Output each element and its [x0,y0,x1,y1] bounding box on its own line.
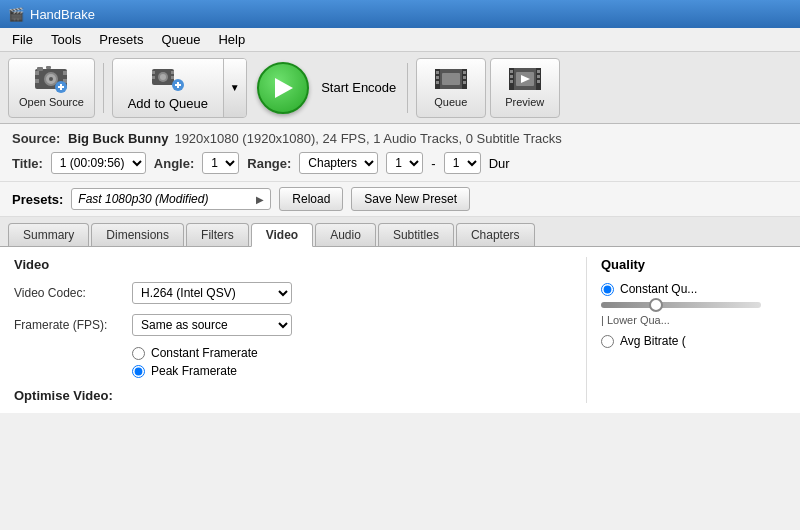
presets-label: Presets: [12,192,63,207]
open-source-icon [34,65,68,93]
add-to-queue-dropdown[interactable]: ▼ [223,59,246,117]
svg-rect-40 [537,75,540,78]
source-label: Source: [12,131,62,146]
svg-rect-38 [510,80,513,83]
add-to-queue-main[interactable]: Add to Queue [113,59,223,117]
queue-label: Queue [434,96,467,109]
svg-point-8 [49,77,53,81]
app-icon: 🎬 [8,7,24,22]
svg-rect-27 [436,76,439,79]
save-new-preset-button[interactable]: Save New Preset [351,187,470,211]
tab-audio[interactable]: Audio [315,223,376,246]
menu-queue[interactable]: Queue [153,30,208,49]
queue-filmstrip-icon [434,65,468,93]
tab-chapters[interactable]: Chapters [456,223,535,246]
toolbar-separator-1 [103,63,104,113]
start-encode-label-area[interactable]: Start Encode [319,80,399,95]
quality-slider[interactable] [601,302,761,308]
title-label: Title: [12,156,43,171]
framerate-select[interactable]: Same as source [132,314,292,336]
svg-point-19 [160,74,166,80]
svg-rect-32 [442,73,460,85]
svg-rect-14 [152,71,155,74]
quality-slider-container [601,302,786,308]
start-encode-button[interactable] [257,62,309,114]
source-name: Big Buck Bunny [68,131,168,146]
svg-rect-3 [35,79,39,83]
menu-file[interactable]: File [4,30,41,49]
svg-rect-4 [63,71,67,75]
lower-quality-note: | Lower Qua... [601,314,786,326]
constant-framerate-row: Constant Framerate [132,346,566,360]
svg-rect-12 [60,84,62,90]
avg-bitrate-radio[interactable] [601,335,614,348]
svg-rect-31 [463,81,466,84]
svg-rect-15 [152,76,155,79]
add-to-queue-button[interactable]: Add to Queue ▼ [112,58,247,118]
range-type-select[interactable]: Chapters [299,152,378,174]
svg-rect-22 [177,82,179,88]
presets-row: Presets: Fast 1080p30 (Modified) ▶ Reloa… [0,182,800,217]
open-source-button[interactable]: Open Source [8,58,95,118]
svg-rect-36 [510,70,513,73]
constant-quality-row: Constant Qu... [601,282,786,296]
angle-select[interactable]: 1 [202,152,239,174]
preview-label: Preview [505,96,544,109]
svg-rect-30 [463,76,466,79]
quality-panel: Quality Constant Qu... | Lower Qua... Av… [586,257,786,403]
preset-select-button[interactable]: Fast 1080p30 (Modified) ▶ [71,188,271,210]
constant-framerate-label: Constant Framerate [151,346,258,360]
menu-presets[interactable]: Presets [91,30,151,49]
tab-filters[interactable]: Filters [186,223,249,246]
svg-rect-17 [171,76,174,79]
peak-framerate-radio[interactable] [132,365,145,378]
preview-icon [508,65,542,93]
constant-framerate-radio[interactable] [132,347,145,360]
quality-title: Quality [601,257,786,272]
codec-select[interactable]: H.264 (Intel QSV) [132,282,292,304]
quality-slider-thumb [649,298,663,312]
video-section-title: Video [14,257,566,272]
toolbar: Open Source Add to Que [0,52,800,124]
angle-label: Angle: [154,156,194,171]
tab-subtitles[interactable]: Subtitles [378,223,454,246]
tab-summary[interactable]: Summary [8,223,89,246]
svg-rect-41 [537,80,540,83]
range-separator: - [431,156,435,171]
svg-rect-39 [537,70,540,73]
toolbar-separator-2 [407,63,408,113]
svg-rect-37 [510,75,513,78]
title-bar: 🎬 HandBrake [0,0,800,28]
svg-rect-9 [46,66,51,69]
codec-row: Video Codec: H.264 (Intel QSV) [14,282,566,304]
title-select[interactable]: 1 (00:09:56) [51,152,146,174]
open-source-label: Open Source [19,96,84,109]
preset-current-value: Fast 1080p30 (Modified) [78,192,208,206]
main-content: Video Video Codec: H.264 (Intel QSV) Fra… [0,247,800,413]
menu-tools[interactable]: Tools [43,30,89,49]
preview-button[interactable]: Preview [490,58,560,118]
constant-quality-label: Constant Qu... [620,282,697,296]
tab-dimensions[interactable]: Dimensions [91,223,184,246]
tab-video[interactable]: Video [251,223,313,247]
codec-label: Video Codec: [14,286,124,300]
constant-quality-radio[interactable] [601,283,614,296]
svg-rect-26 [436,71,439,74]
duration-label: Dur [489,156,510,171]
tabs-bar: Summary Dimensions Filters Video Audio S… [0,217,800,247]
avg-bitrate-row: Avg Bitrate ( [601,334,786,348]
optimise-title: Optimise Video: [14,388,566,403]
source-info: Source: Big Buck Bunny 1920x1080 (1920x1… [0,124,800,182]
reload-button[interactable]: Reload [279,187,343,211]
start-encode-label: Start Encode [321,80,396,95]
avg-bitrate-label: Avg Bitrate ( [620,334,686,348]
svg-rect-16 [171,71,174,74]
source-details: 1920x1080 (1920x1080), 24 FPS, 1 Audio T… [174,131,561,146]
menu-help[interactable]: Help [210,30,253,49]
queue-icon [151,65,185,93]
queue-button[interactable]: Queue [416,58,486,118]
range-to-select[interactable]: 1 [444,152,481,174]
range-from-select[interactable]: 1 [386,152,423,174]
svg-rect-2 [35,71,39,75]
framerate-label: Framerate (FPS): [14,318,124,332]
